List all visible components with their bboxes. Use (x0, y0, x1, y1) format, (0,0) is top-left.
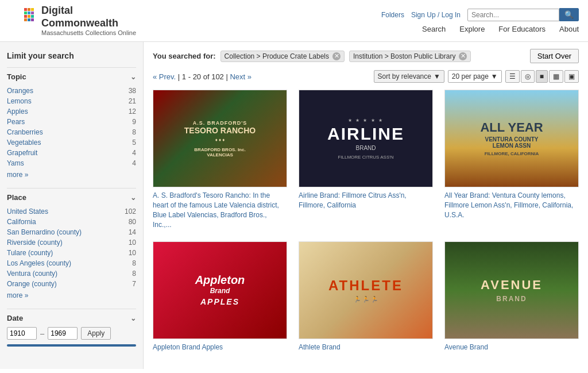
next-page-link[interactable]: Next » (230, 72, 252, 81)
place-facet-item: United States102 (7, 206, 136, 217)
topic-facet-link[interactable]: Grapefruit (7, 149, 37, 157)
topic-facet-link[interactable]: Yams (7, 159, 24, 167)
place-facet-item: California80 (7, 217, 136, 227)
filter-collection-text: Collection > Produce Crate Labels (225, 52, 329, 60)
sidebar: Limit your search Topic ⌄ Oranges38Lemon… (0, 42, 144, 369)
topic-more-link[interactable]: more » (7, 171, 136, 179)
logo-text: Digital Commonwealth Massachusetts Colle… (41, 5, 136, 37)
svg-rect-3 (31, 8, 34, 11)
result-title-appleton[interactable]: Appleton Brand Apples (153, 343, 287, 352)
result-title-avenue[interactable]: Avenue Brand (444, 343, 579, 352)
date-facet-header[interactable]: Date ⌄ (7, 314, 136, 322)
topic-facet-link[interactable]: Pears (7, 118, 25, 126)
svg-rect-1 (24, 8, 27, 11)
topic-facet-link[interactable]: Vegetables (7, 139, 41, 147)
nav-for-educators[interactable]: For Educators (498, 25, 546, 33)
prev-page-link[interactable]: « Prev. (153, 72, 176, 81)
nav-explore[interactable]: Explore (459, 25, 485, 33)
result-title-airline[interactable]: Airline Brand: Fillmore Citrus Ass'n, Fi… (299, 191, 433, 210)
place-facet-item: San Bernardino (county)14 (7, 227, 136, 237)
place-facet-item: Riverside (county)10 (7, 237, 136, 248)
date-to-input[interactable] (48, 327, 78, 340)
result-image-tesoro[interactable]: A.S. BRADFORD'S TESORO RANCHO ♦ ♦ ♦ BRAD… (153, 90, 287, 187)
search-summary-label: You searched for: (153, 52, 216, 60)
search-input[interactable] (467, 9, 559, 21)
svg-rect-9 (31, 15, 34, 18)
topic-label: Topic (7, 72, 26, 81)
place-more-link[interactable]: more » (7, 291, 136, 299)
svg-rect-10 (24, 18, 27, 21)
results-grid: A.S. BRADFORD'S TESORO RANCHO ♦ ♦ ♦ BRAD… (153, 90, 579, 352)
nav-about[interactable]: About (559, 25, 579, 33)
main-layout: Limit your search Topic ⌄ Oranges38Lemon… (0, 42, 588, 369)
logo-icon (9, 7, 37, 34)
globe-view-icon[interactable]: ◎ (521, 70, 535, 83)
search-bar: 🔍 (467, 8, 579, 21)
topic-facet-link[interactable]: Oranges (7, 87, 33, 95)
topic-facet-count: 9 (132, 118, 136, 126)
apply-date-button[interactable]: Apply (81, 327, 111, 340)
place-facet-link[interactable]: Tulare (county) (7, 249, 53, 257)
topic-facet-link[interactable]: Lemons (7, 97, 32, 105)
place-facet: Place ⌄ United States102California80San … (7, 188, 136, 299)
topic-facet: Topic ⌄ Oranges38Lemons21Apples12Pears9C… (7, 67, 136, 179)
result-title-allyear[interactable]: All Year Brand: Ventura County lemons, F… (444, 191, 579, 220)
search-button[interactable]: 🔍 (559, 8, 579, 21)
topic-chevron-icon: ⌄ (130, 73, 136, 81)
result-image-appleton[interactable]: Appleton Brand APPLES (153, 241, 287, 339)
sort-chevron-icon: ▼ (434, 72, 440, 80)
date-range-slider[interactable] (7, 344, 136, 347)
place-facet-link[interactable]: Riverside (county) (7, 239, 63, 247)
result-title-tesoro[interactable]: A. S. Bradford's Tesoro Rancho: In the h… (153, 191, 287, 229)
list-view-icon[interactable]: ☰ (505, 70, 520, 83)
signup-link[interactable]: Sign Up / Log In (411, 11, 461, 19)
result-title-athlete[interactable]: Athlete Brand (299, 343, 433, 352)
result-image-airline[interactable]: ★ ★ ★ ★ ★ AIRLINE BRAND FILLMORE CITRUS … (299, 90, 433, 187)
place-facet-header[interactable]: Place ⌄ (7, 193, 136, 202)
place-facet-link[interactable]: California (7, 218, 36, 226)
place-facet-count: 102 (125, 207, 136, 216)
result-item-allyear: ALL YEAR VENTURA COUNTY LEMON ASSN FILLM… (444, 90, 579, 229)
place-facet-count: 80 (129, 218, 136, 226)
remove-institution-filter-icon[interactable]: ✕ (459, 52, 467, 60)
grid-view-icon[interactable]: ■ (536, 70, 548, 83)
place-facet-link[interactable]: Orange (county) (7, 280, 57, 288)
small-grid-view-icon[interactable]: ▦ (549, 70, 563, 83)
per-page-dropdown[interactable]: 20 per page ▼ (448, 70, 502, 83)
logo-title-main: Digital Commonwealth (41, 5, 136, 29)
topic-facet-item: Vegetables5 (7, 137, 136, 148)
topic-facet-link[interactable]: Cranberries (7, 128, 43, 136)
results-range: 1 - 20 of 102 (182, 72, 224, 81)
topic-facet-link[interactable]: Apples (7, 107, 28, 116)
logo-title-sub: Massachusetts Collections Online (41, 29, 136, 37)
place-facet-link[interactable]: San Bernardino (county) (7, 228, 82, 236)
nav-search[interactable]: Search (422, 25, 446, 33)
result-item-athlete: ATHLETE 🏃 🏃 🏃 Athlete Brand (299, 241, 433, 352)
svg-rect-5 (28, 11, 30, 14)
sort-dropdown[interactable]: Sort by relevance ▼ (374, 70, 444, 83)
remove-collection-filter-icon[interactable]: ✕ (332, 52, 341, 60)
place-facet-count: 7 (132, 280, 136, 288)
topic-facet-count: 5 (132, 139, 136, 147)
search-summary: You searched for: Collection > Produce C… (153, 49, 579, 63)
place-facet-link[interactable]: Ventura (county) (7, 270, 57, 278)
result-image-avenue[interactable]: AVENUE BRAND (444, 241, 579, 339)
result-image-athlete[interactable]: ATHLETE 🏃 🏃 🏃 (299, 241, 433, 339)
svg-rect-12 (31, 18, 34, 21)
content-area: You searched for: Collection > Produce C… (144, 42, 588, 369)
svg-rect-8 (28, 15, 30, 18)
place-facet-item: Orange (county)7 (7, 279, 136, 289)
start-over-button[interactable]: Start Over (530, 49, 579, 63)
folders-link[interactable]: Folders (381, 11, 404, 19)
place-facet-link[interactable]: Los Angeles (county) (7, 259, 71, 267)
filter-institution-text: Institution > Boston Public Library (353, 52, 455, 60)
result-item-airline: ★ ★ ★ ★ ★ AIRLINE BRAND FILLMORE CITRUS … (299, 90, 433, 229)
header-right: Folders Sign Up / Log In 🔍 Search Explor… (381, 8, 579, 33)
slideshow-view-icon[interactable]: ▣ (564, 70, 579, 83)
topic-facet-header[interactable]: Topic ⌄ (7, 72, 136, 81)
results-toolbar: « Prev. | 1 - 20 of 102 | Next » Sort by… (153, 70, 579, 83)
place-facet-link[interactable]: United States (7, 207, 48, 216)
result-image-allyear[interactable]: ALL YEAR VENTURA COUNTY LEMON ASSN FILLM… (444, 90, 579, 187)
place-facet-item: Ventura (county)8 (7, 268, 136, 279)
date-from-input[interactable] (7, 327, 37, 340)
